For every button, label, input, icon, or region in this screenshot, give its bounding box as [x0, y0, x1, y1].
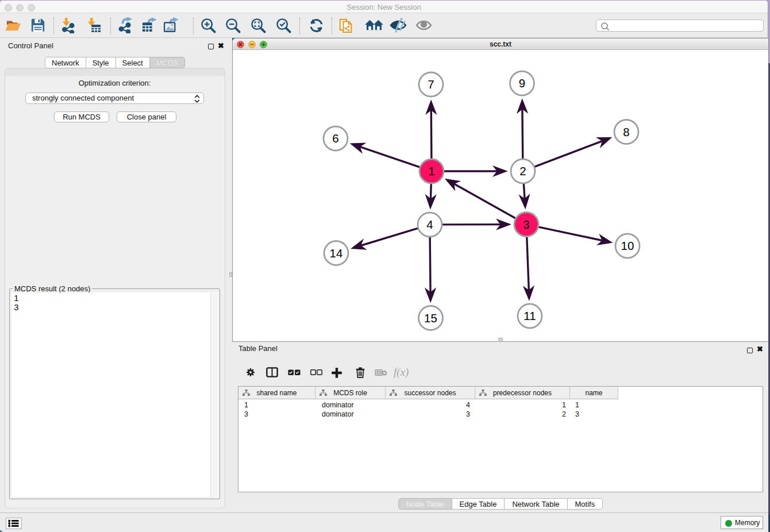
svg-text:6: 6 — [332, 132, 338, 145]
svg-text:1: 1 — [428, 164, 434, 178]
svg-text:9: 9 — [519, 76, 525, 90]
svg-text:15: 15 — [424, 311, 437, 325]
svg-text:14: 14 — [330, 246, 343, 260]
svg-text:2: 2 — [519, 164, 526, 178]
svg-text:11: 11 — [523, 309, 536, 322]
svg-text:7: 7 — [428, 78, 434, 91]
svg-text:3: 3 — [523, 218, 529, 231]
svg-text:10: 10 — [621, 239, 634, 252]
svg-text:8: 8 — [623, 125, 629, 138]
svg-text:4: 4 — [426, 218, 433, 231]
